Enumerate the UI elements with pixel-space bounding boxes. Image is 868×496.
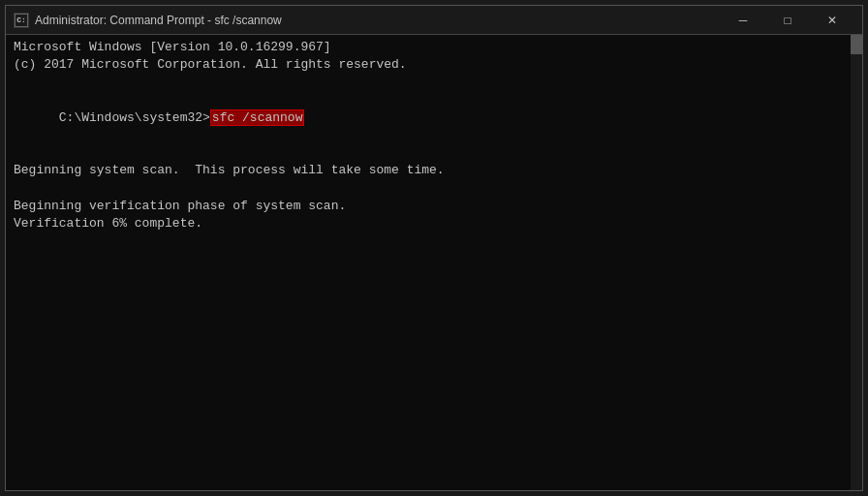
command-text: sfc /scannow xyxy=(210,109,305,126)
prompt-text: C:\Windows\system32> xyxy=(59,110,210,125)
output-line-2: (c) 2017 Microsoft Corporation. All righ… xyxy=(14,56,854,74)
app-icon: C: xyxy=(14,13,29,28)
minimize-button[interactable]: ─ xyxy=(721,6,765,35)
output-line-1: Microsoft Windows [Version 10.0.16299.96… xyxy=(14,39,854,56)
terminal-body[interactable]: Microsoft Windows [Version 10.0.16299.96… xyxy=(6,35,862,490)
output-line-7: Beginning verification phase of system s… xyxy=(14,198,854,215)
maximize-button[interactable]: □ xyxy=(765,6,810,35)
window-title: Administrator: Command Prompt - sfc /sca… xyxy=(35,14,282,27)
blank-line-2 xyxy=(14,144,854,162)
close-button[interactable]: ✕ xyxy=(810,6,854,35)
command-prompt-window: C: Administrator: Command Prompt - sfc /… xyxy=(5,5,863,491)
output-line-5: Beginning system scan. This process will… xyxy=(14,162,854,179)
scrollbar[interactable] xyxy=(851,35,862,490)
command-line: C:\Windows\system32>sfc /scannow xyxy=(14,92,854,145)
blank-line-3 xyxy=(14,180,854,198)
scrollbar-thumb[interactable] xyxy=(851,35,862,54)
titlebar-controls: ─ □ ✕ xyxy=(721,6,854,35)
titlebar-left: C: Administrator: Command Prompt - sfc /… xyxy=(14,13,282,28)
cmd-icon-image: C: xyxy=(15,14,28,27)
titlebar: C: Administrator: Command Prompt - sfc /… xyxy=(6,6,862,35)
blank-line-1 xyxy=(14,74,854,91)
output-line-8: Verification 6% complete. xyxy=(14,215,854,232)
